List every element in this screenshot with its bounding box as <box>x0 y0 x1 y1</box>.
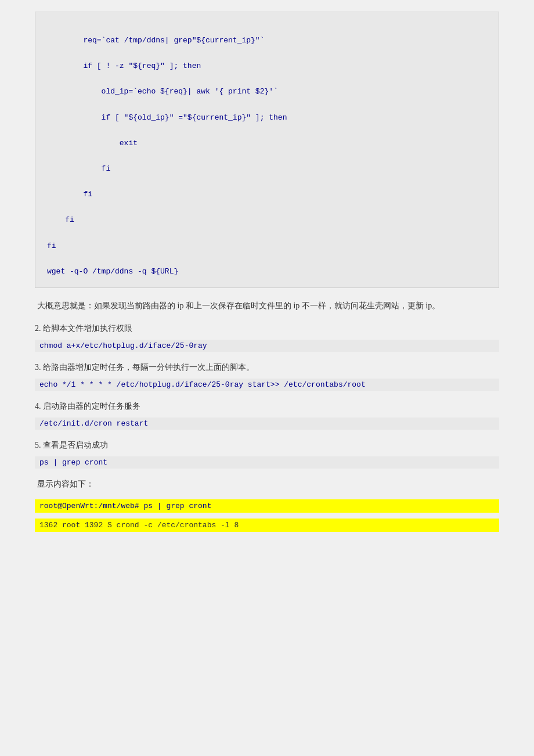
page-container: req=`cat /tmp/ddns| grep"${current_ip}"`… <box>0 0 534 756</box>
step-3-heading: 3. 给路由器增加定时任务，每隔一分钟执行一次上面的脚本。 <box>35 362 499 373</box>
step-4: 4. 启动路由器的定时任务服务 /etc/init.d/cron restart <box>35 401 499 430</box>
step-3: 3. 给路由器增加定时任务，每隔一分钟执行一次上面的脚本。 echo */1 *… <box>35 362 499 391</box>
step-4-code: /etc/init.d/cron restart <box>35 417 499 430</box>
step-5: 5. 查看是否启动成功 ps | grep cront <box>35 440 499 469</box>
step-5-heading: 5. 查看是否启动成功 <box>35 440 499 451</box>
code-block-main: req=`cat /tmp/ddns| grep"${current_ip}"`… <box>35 12 499 288</box>
prose-explanation: 大概意思就是：如果发现当前路由器的 ip 和上一次保存在临时文件里的 ip 不一… <box>35 298 499 313</box>
step-2-heading: 2. 给脚本文件增加执行权限 <box>35 323 499 334</box>
step-3-code: echo */1 * * * * /etc/hotplug.d/iface/25… <box>35 379 499 391</box>
step-5-code: ps | grep cront <box>35 456 499 469</box>
step-2-code: chmod a+x/etc/hotplug.d/iface/25-0ray <box>35 340 499 352</box>
prose-display-label: 显示内容如下： <box>35 477 499 491</box>
step-4-heading: 4. 启动路由器的定时任务服务 <box>35 401 499 412</box>
highlight-terminal-2: 1362 root 1392 S crond -c /etc/crontabs … <box>35 519 499 532</box>
step-2: 2. 给脚本文件增加执行权限 chmod a+x/etc/hotplug.d/i… <box>35 323 499 352</box>
highlight-terminal-1: root@OpenWrt:/mnt/web# ps | grep cront <box>35 499 499 513</box>
